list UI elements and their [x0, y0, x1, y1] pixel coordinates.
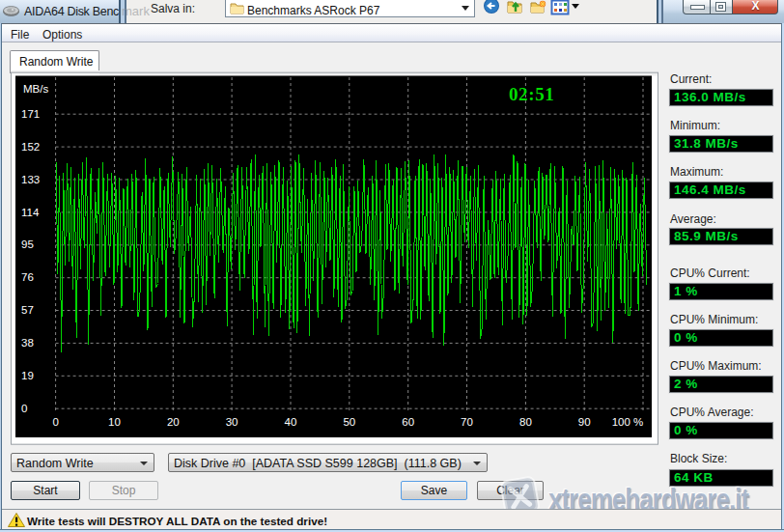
svg-text:20: 20 — [167, 416, 180, 428]
svg-text:70: 70 — [461, 416, 473, 428]
svg-text:19: 19 — [21, 370, 34, 381]
svg-text:95: 95 — [21, 238, 34, 250]
svg-text:100 %: 100 % — [612, 416, 644, 428]
svg-text:0: 0 — [52, 416, 58, 428]
svg-text:40: 40 — [285, 416, 297, 428]
svg-text:80: 80 — [519, 416, 532, 428]
svg-text:171: 171 — [21, 108, 40, 120]
svg-text:30: 30 — [226, 416, 238, 428]
svg-text:76: 76 — [21, 271, 34, 283]
svg-text:57: 57 — [21, 304, 34, 316]
svg-text:02:51: 02:51 — [509, 84, 554, 104]
svg-text:60: 60 — [402, 416, 414, 428]
svg-text:MB/s: MB/s — [23, 83, 48, 95]
svg-text:133: 133 — [21, 174, 40, 185]
svg-text:50: 50 — [343, 416, 355, 428]
svg-text:114: 114 — [21, 207, 40, 218]
svg-text:38: 38 — [21, 337, 34, 349]
svg-text:0: 0 — [21, 403, 27, 414]
svg-text:90: 90 — [578, 416, 591, 428]
svg-text:152: 152 — [21, 141, 40, 153]
svg-text:10: 10 — [108, 416, 121, 428]
